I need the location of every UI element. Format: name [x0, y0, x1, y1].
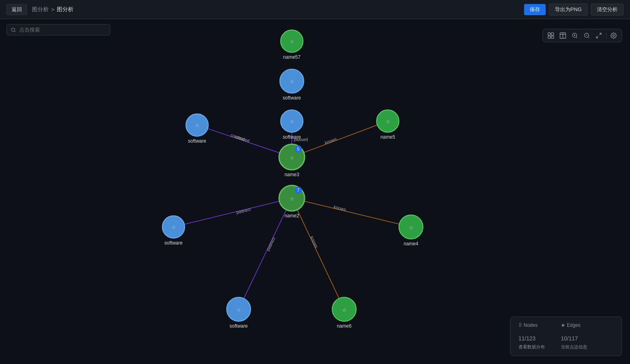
svg-line-17	[596, 36, 598, 38]
export-button[interactable]: 导出为PNG	[549, 4, 588, 16]
clear-button[interactable]: 清空分析	[591, 4, 624, 16]
node-name4[interactable]: ☆ name4	[399, 215, 423, 247]
svg-text:☆: ☆	[386, 119, 390, 124]
breadcrumb-separator: >	[51, 6, 54, 13]
node-name57[interactable]: ☆ name57	[281, 30, 303, 60]
edge-label-created-s3n3: created	[230, 133, 245, 142]
svg-text:☆: ☆	[342, 307, 347, 313]
svg-text:software: software	[188, 138, 206, 144]
node-name6[interactable]: ☆ name6	[332, 297, 356, 329]
breadcrumb: 图分析 > 图分析	[32, 6, 74, 13]
node-software3[interactable]: ☆ software	[186, 114, 208, 144]
svg-text:software: software	[283, 134, 301, 140]
header: 返回 图分析 > 图分析 保存 导出为PNG 清空分析	[0, 0, 630, 19]
svg-text:☆: ☆	[195, 123, 199, 128]
svg-text:name2: name2	[285, 213, 299, 219]
breadcrumb-current: 图分析	[57, 6, 74, 13]
svg-text:☆: ☆	[409, 225, 413, 231]
svg-text:☆: ☆	[290, 155, 294, 161]
zoom-in-icon[interactable]	[570, 31, 580, 40]
graph-svg: created created created created passed	[0, 19, 630, 364]
edges-sub-link[interactable]: 当前点边信息	[561, 344, 587, 350]
svg-line-14	[588, 37, 589, 38]
nodes-sub-link[interactable]: 查看数据分布	[518, 344, 545, 350]
nodes-label: ⠿ Nodes	[518, 322, 538, 328]
svg-text:name5: name5	[381, 134, 395, 140]
toolbar-divider	[606, 32, 606, 39]
svg-text:☆: ☆	[290, 79, 294, 84]
edges-stat: ★ Edges 10/117 当前点边信息	[561, 322, 587, 350]
svg-text:☆: ☆	[171, 225, 176, 230]
node-name2[interactable]: ☆ name2 7	[279, 185, 305, 219]
svg-rect-5	[551, 36, 554, 38]
edge-knows-n2n4	[292, 198, 411, 227]
svg-rect-2	[548, 33, 550, 35]
search-input[interactable]	[19, 27, 106, 33]
svg-rect-4	[548, 36, 550, 38]
edge-label-created-n2s4: created	[236, 207, 251, 215]
edges-label: ★ Edges	[561, 322, 580, 328]
svg-text:name6: name6	[337, 323, 352, 329]
edge-label-knows-n2n6: knows	[309, 235, 319, 249]
edge-created-2	[173, 198, 292, 227]
back-button[interactable]: 返回	[6, 4, 27, 15]
nodes-stat: ⠿ Nodes 11/123 查看数据分布	[518, 322, 545, 350]
svg-text:☆: ☆	[290, 39, 294, 44]
header-left: 返回 图分析 > 图分析	[6, 4, 74, 15]
edges-icon: ★	[561, 322, 565, 328]
canvas-toolbar	[542, 29, 622, 42]
edge-label-knows-n3n5: knows	[324, 136, 337, 145]
svg-line-1	[14, 31, 15, 32]
layout-icon[interactable]	[546, 31, 556, 40]
svg-text:☆: ☆	[290, 196, 294, 202]
stats-panel: ⠿ Nodes 11/123 查看数据分布 ★ Edges 10/117 当前点…	[510, 316, 622, 356]
header-right: 保存 导出为PNG 清空分析	[524, 4, 624, 16]
settings-icon[interactable]	[609, 31, 618, 40]
save-button[interactable]: 保存	[524, 4, 546, 15]
search-icon	[11, 27, 16, 33]
svg-text:5: 5	[297, 147, 299, 151]
svg-point-0	[12, 28, 15, 32]
expand-icon[interactable]	[594, 31, 604, 40]
svg-text:☆: ☆	[237, 307, 241, 313]
node-name5[interactable]: ☆ name5	[377, 110, 399, 140]
node-software2[interactable]: ☆ software	[281, 110, 303, 140]
svg-text:software: software	[283, 95, 301, 101]
svg-text:software: software	[164, 240, 183, 246]
breadcrumb-parent: 图分析	[32, 6, 49, 13]
svg-text:name57: name57	[283, 54, 301, 60]
table-icon[interactable]	[558, 31, 568, 40]
edge-created-3	[239, 198, 292, 309]
svg-text:7: 7	[297, 188, 299, 193]
svg-rect-3	[551, 33, 554, 35]
graph-canvas: created created created created passed	[0, 19, 630, 364]
svg-text:software: software	[229, 323, 248, 329]
svg-line-10	[576, 37, 577, 38]
node-software4[interactable]: ☆ software	[162, 216, 185, 246]
svg-text:name3: name3	[285, 172, 299, 177]
node-software5[interactable]: ☆ software	[227, 297, 251, 329]
edge-label-created-n2s5: created	[266, 237, 277, 252]
node-name3[interactable]: ☆ name3 5	[279, 144, 305, 177]
svg-text:name4: name4	[404, 241, 419, 247]
svg-point-18	[613, 35, 614, 36]
edge-label-knows-n2n4: knows	[333, 204, 347, 212]
svg-text:☆: ☆	[290, 119, 294, 124]
node-software1[interactable]: ☆ software	[280, 69, 304, 101]
edges-value: 10/117	[561, 330, 578, 342]
search-bar[interactable]	[6, 24, 110, 36]
zoom-out-icon[interactable]	[582, 31, 592, 40]
nodes-value: 11/123	[518, 330, 536, 342]
nodes-icon: ⠿	[518, 322, 522, 328]
svg-line-16	[599, 33, 601, 35]
edge-knows-n2n6	[292, 198, 344, 309]
